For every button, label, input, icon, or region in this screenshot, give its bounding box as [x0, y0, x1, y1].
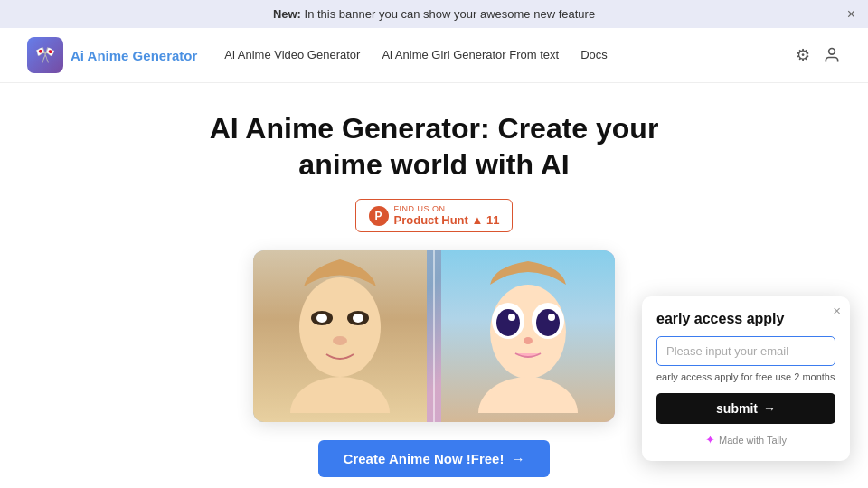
product-hunt-name: Product Hunt — [394, 213, 468, 227]
navigation: 🎌 Ai Anime Generator Ai Anime Video Gene… — [0, 28, 868, 83]
svg-point-15 — [548, 314, 555, 321]
svg-point-6 — [353, 314, 363, 323]
settings-icon-button[interactable]: ⚙ — [796, 45, 810, 65]
svg-point-9 — [478, 377, 578, 413]
product-hunt-votes: ▲ 11 — [472, 213, 500, 227]
face-divider — [433, 250, 435, 422]
svg-point-13 — [536, 309, 560, 336]
submit-label: submit — [716, 401, 758, 416]
cta-arrow-icon: → — [511, 451, 524, 466]
popup-hint: early access apply for free use 2 months — [656, 371, 835, 382]
svg-point-12 — [496, 309, 520, 336]
popup-close-button[interactable]: × — [833, 304, 841, 317]
svg-point-5 — [316, 314, 327, 323]
hero-title: AI Anime Generator: Create your anime wo… — [208, 110, 660, 183]
nav-link-video[interactable]: Ai Anime Video Generator — [224, 48, 360, 63]
hero-face-anime — [441, 250, 615, 422]
hero-face-real — [253, 250, 427, 422]
banner-text: New: In this banner you can show your aw… — [273, 7, 595, 21]
popup-title: early access apply — [656, 311, 835, 327]
banner-body: In this banner you can show your awesome… — [301, 7, 595, 21]
nav-link-docs[interactable]: Docs — [580, 48, 608, 63]
banner-prefix: New: — [273, 7, 301, 21]
product-hunt-info: FIND US ON Product Hunt ▲ 11 — [394, 204, 500, 227]
nav-actions: ⚙ — [796, 45, 841, 65]
logo-text: Ai Anime Generator — [71, 48, 197, 63]
svg-point-2 — [290, 377, 390, 413]
tally-star-icon: ✦ — [705, 433, 715, 446]
logo-icon: 🎌 — [27, 37, 63, 73]
announcement-banner: New: In this banner you can show your aw… — [0, 0, 868, 28]
nav-links: Ai Anime Video Generator Ai Anime Girl G… — [224, 48, 769, 63]
tally-label: Made with Tally — [719, 435, 787, 446]
popup-submit-button[interactable]: submit → — [656, 393, 835, 424]
early-access-popup: × early access apply early access apply … — [642, 296, 850, 461]
svg-point-7 — [333, 336, 347, 345]
hero-image-placeholder — [253, 250, 615, 422]
cta-button[interactable]: Create Anime Now !Free! → — [318, 440, 551, 477]
logo-link[interactable]: 🎌 Ai Anime Generator — [27, 37, 197, 73]
hero-image — [253, 250, 615, 422]
email-input[interactable] — [656, 336, 835, 366]
svg-point-14 — [508, 314, 515, 321]
svg-point-0 — [829, 49, 835, 55]
product-hunt-label: Product Hunt ▲ 11 — [394, 213, 500, 227]
svg-point-16 — [524, 337, 533, 344]
product-hunt-icon: P — [369, 206, 389, 226]
cta-label: Create Anime Now !Free! — [344, 451, 505, 466]
banner-close-button[interactable]: × — [847, 7, 855, 22]
product-hunt-badge[interactable]: P FIND US ON Product Hunt ▲ 11 — [355, 199, 514, 232]
product-hunt-find-label: FIND US ON — [394, 204, 446, 213]
svg-point-1 — [299, 277, 381, 377]
submit-arrow-icon: → — [763, 401, 776, 416]
popup-footer: ✦ Made with Tally — [656, 433, 835, 446]
user-icon-button[interactable] — [823, 46, 841, 64]
nav-link-girl[interactable]: Ai Anime Girl Generator From text — [382, 48, 559, 63]
